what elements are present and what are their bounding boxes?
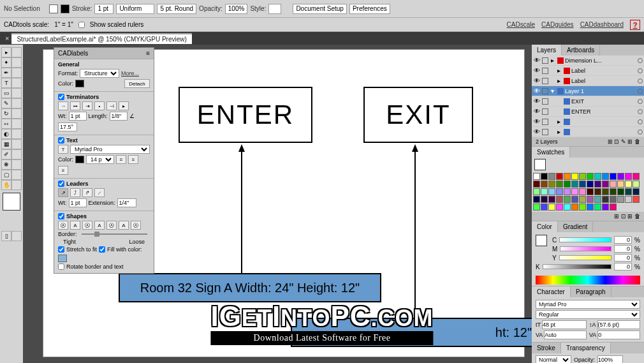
swatch[interactable] — [625, 196, 632, 203]
swatch[interactable] — [533, 196, 540, 203]
target-icon[interactable] — [638, 99, 643, 104]
type-tool[interactable]: T — [1, 78, 11, 88]
swatch[interactable] — [541, 204, 548, 211]
c-slider[interactable] — [559, 237, 611, 242]
swatch[interactable] — [602, 204, 609, 211]
opacity-field[interactable]: 100% — [225, 4, 248, 14]
swatch[interactable] — [579, 204, 586, 211]
magic-wand-tool[interactable]: ✦ — [1, 57, 11, 68]
leaders-checkbox[interactable] — [58, 181, 64, 187]
swatch[interactable] — [610, 196, 617, 203]
fill-color-swatch[interactable] — [58, 255, 67, 262]
shape-6[interactable]: A — [119, 221, 129, 230]
swatch[interactable] — [602, 196, 609, 203]
swatch[interactable] — [602, 173, 609, 180]
disclosure-icon[interactable]: ▸ — [557, 77, 562, 84]
target-icon[interactable] — [638, 109, 643, 114]
artboard-tool[interactable]: ▢ — [1, 170, 11, 180]
swatch[interactable] — [564, 173, 571, 180]
lock-box[interactable] — [542, 57, 548, 64]
text-color-swatch[interactable] — [75, 156, 84, 163]
lock-box[interactable] — [542, 98, 548, 105]
disclosure-icon[interactable]: ▸ — [557, 128, 562, 135]
text-style-icon[interactable]: T — [58, 145, 68, 154]
rectangle-tool[interactable]: ▭ — [1, 88, 11, 98]
leader-wt-field[interactable] — [69, 198, 87, 207]
swatch[interactable] — [548, 188, 555, 195]
swatch[interactable] — [571, 181, 578, 188]
k-slider[interactable] — [543, 264, 611, 269]
style-field[interactable] — [268, 4, 281, 14]
leader-style-4[interactable]: ⟋ — [94, 188, 105, 197]
shapes-checkbox[interactable] — [58, 213, 64, 219]
visibility-icon[interactable]: 👁 — [533, 77, 541, 85]
visibility-icon[interactable]: 👁 — [533, 67, 541, 75]
swatch[interactable] — [548, 181, 555, 188]
swatch[interactable] — [617, 188, 624, 195]
preferences-button[interactable]: Preferences — [349, 4, 390, 14]
rotate-checkbox[interactable] — [58, 263, 64, 270]
swatch[interactable] — [564, 181, 571, 188]
swatch[interactable] — [625, 181, 632, 188]
swatch[interactable] — [594, 173, 601, 180]
layer-row[interactable]: 👁▸ — [532, 117, 644, 127]
font-family-select[interactable]: Myriad Pro — [70, 145, 150, 154]
shape-1[interactable]: Ⓐ — [58, 221, 68, 230]
swatch[interactable] — [610, 181, 617, 188]
tab-gradient[interactable]: Gradient — [558, 221, 593, 232]
swatch[interactable] — [564, 188, 571, 195]
tab-layers[interactable]: Layers — [532, 45, 562, 56]
slice-tool[interactable] — [11, 170, 22, 180]
free-transform-tool[interactable] — [11, 119, 22, 129]
selection-tool[interactable]: ▸ — [1, 47, 11, 57]
layer-row[interactable]: 👁▾Layer 1 — [532, 86, 644, 96]
direct-selection-tool[interactable] — [11, 47, 22, 57]
width-tool[interactable]: ⇿ — [1, 119, 11, 129]
cadguides-link[interactable]: CADguides — [541, 21, 574, 28]
shape-7[interactable]: Ⓐ — [131, 221, 141, 230]
swatch[interactable] — [610, 204, 617, 211]
target-icon[interactable] — [638, 68, 643, 73]
fillcolor-checkbox[interactable] — [99, 246, 105, 253]
shape-3[interactable]: Ⓐ — [82, 221, 92, 230]
swatch[interactable] — [579, 181, 586, 188]
tab-artboards[interactable]: Artboards — [562, 45, 600, 56]
tab-color[interactable]: Color — [532, 221, 558, 232]
lock-box[interactable] — [542, 68, 548, 74]
char-va-field[interactable] — [544, 330, 587, 339]
show-scaled-rulers-checkbox[interactable] — [78, 22, 85, 28]
swatch[interactable] — [610, 188, 617, 195]
target-icon[interactable] — [638, 130, 643, 135]
y-value[interactable]: 0 — [614, 254, 632, 262]
swatch[interactable] — [571, 196, 578, 203]
target-icon[interactable] — [638, 89, 643, 94]
visibility-icon[interactable]: 👁 — [533, 57, 541, 64]
border-slider[interactable] — [82, 233, 147, 235]
layer-row[interactable]: 👁▸Label — [532, 66, 644, 76]
swatch[interactable] — [556, 196, 563, 203]
target-icon[interactable] — [638, 119, 643, 124]
shape-builder-tool[interactable]: ◐ — [1, 129, 11, 139]
shape-2[interactable]: A — [70, 221, 80, 230]
m-slider[interactable] — [560, 246, 611, 251]
swatch[interactable] — [548, 204, 555, 211]
extension-field[interactable] — [117, 198, 136, 207]
swatch[interactable] — [571, 204, 578, 211]
perspective-tool[interactable] — [11, 129, 22, 139]
swatch[interactable] — [633, 196, 640, 203]
char-font-select[interactable]: Myriad Pro — [536, 300, 640, 309]
target-icon[interactable] — [638, 78, 643, 84]
disclosure-icon[interactable]: ▸ — [557, 67, 562, 74]
length-field[interactable] — [110, 112, 128, 121]
leader-style-1[interactable]: ↗ — [58, 188, 68, 197]
zoom-tool[interactable] — [11, 180, 22, 190]
char-leading-field[interactable] — [597, 320, 640, 329]
swatch[interactable] — [625, 188, 632, 195]
char-style-select[interactable]: Regular — [536, 310, 640, 319]
terminators-checkbox[interactable] — [58, 94, 64, 100]
lock-box[interactable] — [542, 129, 548, 135]
swatch[interactable] — [625, 173, 632, 180]
swatch[interactable] — [564, 196, 571, 203]
swatch[interactable] — [571, 188, 578, 195]
blend-tool[interactable] — [11, 149, 22, 159]
